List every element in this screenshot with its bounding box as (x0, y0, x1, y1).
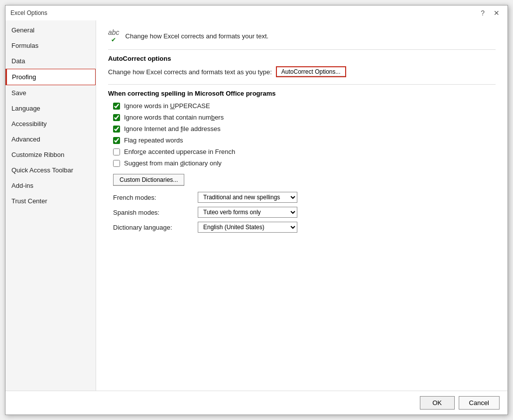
spanish-modes-label: Spanish modes: (113, 209, 193, 216)
abc-text: abc (108, 28, 120, 36)
suggest-main-checkbox[interactable] (113, 160, 120, 167)
ignore-numbers-label: Ignore words that contain numbers (124, 114, 224, 121)
autocorrect-options-button[interactable]: AutoCorrect Options... (276, 66, 346, 77)
sidebar: GeneralFormulasDataProofingSaveLanguageA… (5, 20, 96, 391)
french-modes-label: French modes: (113, 194, 193, 201)
sidebar-item-advanced[interactable]: Advanced (5, 132, 96, 147)
suggest-main-label: Suggest from main dictionary only (124, 159, 222, 167)
help-button[interactable]: ? (478, 8, 488, 17)
sidebar-item-formulas[interactable]: Formulas (5, 38, 96, 53)
close-button[interactable]: ✕ (491, 8, 503, 17)
ignore-uppercase-label: Ignore words in UPPERCASE (124, 102, 210, 110)
checkbox-ignore-numbers: Ignore words that contain numbers (108, 114, 496, 121)
dict-language-row: Dictionary language: English (United Sta… (108, 222, 496, 233)
section-divider (108, 84, 496, 85)
flag-repeated-checkbox[interactable] (113, 137, 120, 144)
cancel-button[interactable]: Cancel (459, 396, 500, 410)
checkbox-enforce-french: Enforce accented uppercase in French (108, 148, 496, 155)
french-modes-select[interactable]: Traditional and new spellingsTraditional… (198, 192, 297, 203)
checkbox-ignore-uppercase: Ignore words in UPPERCASE (108, 102, 496, 110)
ok-button[interactable]: OK (420, 396, 455, 410)
sidebar-item-proofing[interactable]: Proofing (5, 69, 96, 85)
dict-language-label: Dictionary language: (113, 224, 193, 231)
sidebar-item-customize-ribbon[interactable]: Customize Ribbon (5, 147, 96, 162)
dialog-footer: OK Cancel (5, 391, 508, 415)
autocorrect-row: Change how Excel corrects and formats te… (108, 66, 496, 77)
ignore-internet-label: Ignore Internet and file addresses (124, 125, 221, 133)
sidebar-item-data[interactable]: Data (5, 53, 96, 69)
spanish-modes-select[interactable]: Tuteo verb forms onlyVoseo verb forms on… (198, 207, 297, 218)
spanish-modes-row: Spanish modes: Tuteo verb forms onlyVose… (108, 207, 496, 218)
title-bar-controls: ? ✕ (478, 8, 503, 17)
spelling-section-subtitle: When correcting spelling in Microsoft Of… (108, 90, 496, 97)
checkbox-suggest-main: Suggest from main dictionary only (108, 159, 496, 167)
sidebar-item-add-ins[interactable]: Add-ins (5, 178, 96, 193)
page-header-description: Change how Excel corrects and formats yo… (126, 32, 269, 40)
sidebar-item-general[interactable]: General (5, 22, 96, 38)
enforce-french-checkbox[interactable] (113, 148, 120, 155)
excel-options-dialog: Excel Options ? ✕ GeneralFormulasDataPro… (5, 5, 508, 415)
enforce-french-label: Enforce accented uppercase in French (124, 148, 235, 155)
checkbox-flag-repeated: Flag repeated words (108, 137, 496, 144)
ignore-numbers-checkbox[interactable] (113, 114, 120, 121)
abc-icon: abc ✔ (108, 28, 120, 43)
dialog-body: GeneralFormulasDataProofingSaveLanguageA… (5, 20, 508, 391)
checkbox-ignore-internet: Ignore Internet and file addresses (108, 125, 496, 133)
autocorrect-section-title: AutoCorrect options (108, 55, 496, 62)
autocorrect-label: Change how Excel corrects and formats te… (108, 68, 272, 76)
flag-repeated-label: Flag repeated words (124, 137, 183, 144)
ignore-uppercase-checkbox[interactable] (113, 103, 120, 110)
sidebar-item-save[interactable]: Save (5, 85, 96, 101)
dialog-title: Excel Options (10, 9, 47, 16)
sidebar-item-quick-access-toolbar[interactable]: Quick Access Toolbar (5, 162, 96, 178)
abc-checkmark: ✔ (111, 36, 116, 43)
sidebar-item-trust-center[interactable]: Trust Center (5, 193, 96, 209)
sidebar-item-accessibility[interactable]: Accessibility (5, 116, 96, 132)
modes-section: French modes: Traditional and new spelli… (108, 192, 496, 233)
page-header: abc ✔ Change how Excel corrects and form… (108, 28, 496, 43)
main-content: abc ✔ Change how Excel corrects and form… (96, 20, 508, 391)
sidebar-item-language[interactable]: Language (5, 101, 96, 116)
title-bar: Excel Options ? ✕ (5, 5, 508, 20)
header-divider (108, 49, 496, 50)
french-modes-row: French modes: Traditional and new spelli… (108, 192, 496, 203)
dict-language-select[interactable]: English (United States)English (United K… (198, 222, 297, 233)
custom-dictionaries-button[interactable]: Custom Dictionaries... (113, 174, 184, 186)
ignore-internet-checkbox[interactable] (113, 126, 120, 133)
